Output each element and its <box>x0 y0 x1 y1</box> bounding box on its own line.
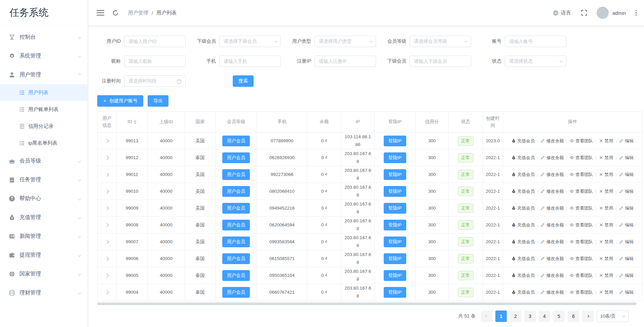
sidebar-item-新闻管理[interactable]: 新闻管理 <box>0 227 87 246</box>
action-禁用[interactable]: 禁用 <box>599 239 613 245</box>
action-充值会员[interactable]: 充值会员 <box>512 188 535 194</box>
sidebar-item-提现管理[interactable]: 提现管理 <box>0 246 87 264</box>
member-level-button[interactable]: 用户会员 <box>222 220 250 230</box>
action-修改余额[interactable]: 修改余额 <box>540 239 564 245</box>
pagination-page-5[interactable]: 5 <box>553 311 565 322</box>
expand-row-icon[interactable] <box>105 189 109 193</box>
login-ip-button[interactable]: 登陆IP <box>384 136 407 146</box>
filter-select-下级会员[interactable]: 请选择下级会员 <box>219 36 281 47</box>
sidebar-subitem-ip黑名单列表[interactable]: ip黑名单列表 <box>0 135 87 151</box>
action-充值会员[interactable]: 充值会员 <box>512 172 535 178</box>
action-修改余额[interactable]: 修改余额 <box>540 172 564 178</box>
member-level-button[interactable]: 用户会员 <box>222 270 250 281</box>
sidebar-subitem-用户列表[interactable]: 用户列表 <box>0 84 87 101</box>
action-充值会员[interactable]: 充值会员 <box>512 205 535 211</box>
member-level-button[interactable]: 用户会员 <box>222 253 250 264</box>
action-查看团队[interactable]: 查看团队 <box>570 272 593 279</box>
pagination-page-1[interactable]: 1 <box>495 311 507 322</box>
username[interactable]: admin <box>612 10 626 16</box>
expand-row-icon[interactable] <box>105 223 109 227</box>
action-编辑[interactable]: 编辑 <box>619 256 634 262</box>
filter-select-用户类型[interactable]: 请选择用户类型 <box>314 36 376 47</box>
action-编辑[interactable]: 编辑 <box>619 289 634 295</box>
scrollbar-thumb[interactable] <box>97 302 637 305</box>
login-ip-button[interactable]: 登陆IP <box>384 270 407 281</box>
avatar[interactable] <box>597 7 609 19</box>
sidebar-item-任务管理[interactable]: 任务管理 <box>0 170 87 189</box>
pagination-next-button[interactable] <box>582 311 594 322</box>
action-编辑[interactable]: 编辑 <box>619 205 634 211</box>
action-查看团队[interactable]: 查看团队 <box>570 289 593 295</box>
action-禁用[interactable]: 禁用 <box>599 205 613 211</box>
language-switch[interactable]: 语言 <box>553 10 571 16</box>
expand-row-icon[interactable] <box>105 290 109 294</box>
sidebar-item-充值管理[interactable]: 充值管理 <box>0 208 87 227</box>
action-编辑[interactable]: 编辑 <box>619 155 634 161</box>
kebab-menu-icon[interactable] <box>634 9 638 17</box>
login-ip-button[interactable]: 登陆IP <box>384 287 407 298</box>
action-禁用[interactable]: 禁用 <box>599 272 613 279</box>
sidebar-subitem-信用分记录[interactable]: 信用分记录 <box>0 118 87 135</box>
expand-row-icon[interactable] <box>105 240 109 244</box>
horizontal-scrollbar[interactable] <box>97 302 642 305</box>
action-修改余额[interactable]: 修改余额 <box>540 272 564 279</box>
filter-datepicker-注册时间[interactable]: 请选择时间段 <box>124 75 186 87</box>
pagination-prev-button[interactable] <box>481 311 492 322</box>
breadcrumb-item[interactable]: 用户管理 <box>128 10 148 16</box>
expand-row-icon[interactable] <box>105 274 109 277</box>
action-修改余额[interactable]: 修改余额 <box>540 155 564 161</box>
search-button[interactable]: 搜索 <box>233 75 254 87</box>
action-充值会员[interactable]: 充值会员 <box>512 239 535 245</box>
sort-icon[interactable] <box>134 120 137 124</box>
pagination-page-6[interactable]: 6 <box>568 311 579 322</box>
expand-row-icon[interactable] <box>105 156 109 159</box>
action-查看团队[interactable]: 查看团队 <box>570 256 593 262</box>
login-ip-button[interactable]: 登陆IP <box>384 186 407 197</box>
login-ip-button[interactable]: 登陆IP <box>384 203 407 214</box>
filter-input-昵称[interactable] <box>124 56 186 67</box>
fullscreen-icon[interactable] <box>581 10 587 16</box>
action-编辑[interactable]: 编辑 <box>619 239 634 245</box>
action-查看团队[interactable]: 查看团队 <box>570 222 593 228</box>
export-button[interactable]: 导出 <box>148 95 168 107</box>
action-禁用[interactable]: 禁用 <box>599 138 613 144</box>
filter-select-状态[interactable]: 请选择状态 <box>505 56 566 67</box>
expand-row-icon[interactable] <box>105 206 109 210</box>
create-user-button[interactable]: 创建用户账号 <box>97 95 143 107</box>
action-编辑[interactable]: 编辑 <box>619 138 634 144</box>
action-禁用[interactable]: 禁用 <box>599 172 613 178</box>
member-level-button[interactable]: 用户会员 <box>222 186 250 197</box>
action-充值会员[interactable]: 充值会员 <box>512 138 535 144</box>
action-修改余额[interactable]: 修改余额 <box>540 205 564 211</box>
action-充值会员[interactable]: 充值会员 <box>512 256 535 262</box>
refresh-icon[interactable] <box>112 10 119 16</box>
action-查看团队[interactable]: 查看团队 <box>570 155 593 161</box>
sidebar-item-用户管理[interactable]: 用户管理 <box>0 65 87 84</box>
action-查看团队[interactable]: 查看团队 <box>570 205 593 211</box>
sidebar-item-国家管理[interactable]: 国家管理 <box>0 264 87 283</box>
action-禁用[interactable]: 禁用 <box>599 289 613 295</box>
expand-row-icon[interactable] <box>105 139 109 143</box>
login-ip-button[interactable]: 登陆IP <box>384 220 407 230</box>
action-禁用[interactable]: 禁用 <box>599 155 613 161</box>
expand-row-icon[interactable] <box>105 173 109 176</box>
expand-row-icon[interactable] <box>105 257 109 260</box>
member-level-button[interactable]: 用户会员 <box>222 152 250 163</box>
member-level-button[interactable]: 用户会员 <box>222 169 250 180</box>
action-禁用[interactable]: 禁用 <box>599 188 613 194</box>
filter-input-注册IP[interactable] <box>314 56 376 67</box>
filter-input-用户ID[interactable] <box>124 36 186 47</box>
action-查看团队[interactable]: 查看团队 <box>570 138 593 144</box>
login-ip-button[interactable]: 登陆IP <box>384 237 407 247</box>
action-修改余额[interactable]: 修改余额 <box>540 138 564 144</box>
sidebar-item-控制台[interactable]: 控制台 <box>0 28 87 46</box>
filter-select-会员等级[interactable]: 请选择会员等级 <box>410 36 471 47</box>
login-ip-button[interactable]: 登陆IP <box>384 253 407 264</box>
sidebar-item-帮助中心[interactable]: ?帮助中心 <box>0 189 87 208</box>
action-充值会员[interactable]: 充值会员 <box>512 272 535 279</box>
login-ip-button[interactable]: 登陆IP <box>384 169 407 180</box>
action-修改余额[interactable]: 修改余额 <box>540 256 564 262</box>
member-level-button[interactable]: 用户会员 <box>222 237 250 247</box>
member-level-button[interactable]: 用户会员 <box>222 136 250 146</box>
filter-input-下级会员[interactable] <box>410 56 471 67</box>
